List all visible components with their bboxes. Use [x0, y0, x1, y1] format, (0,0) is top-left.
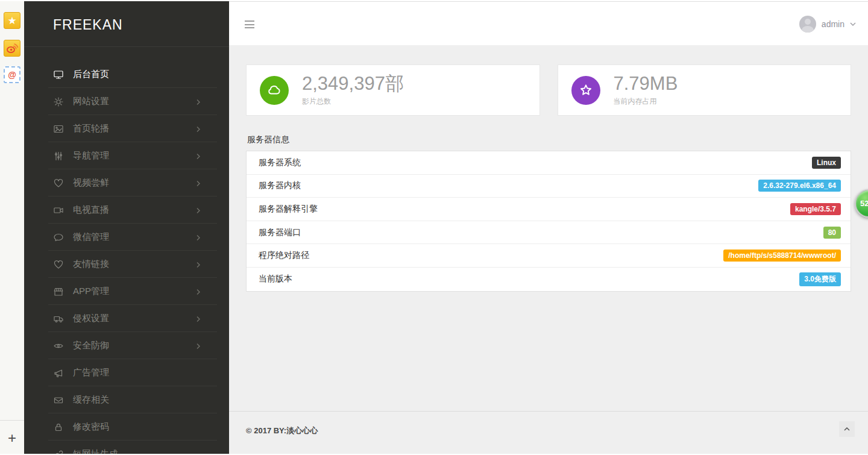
avatar — [799, 16, 816, 33]
chevron-up-icon — [844, 427, 850, 431]
scroll-to-top-button[interactable] — [839, 421, 855, 437]
sidebar-item-short-url[interactable]: 短网址生成 — [24, 441, 229, 455]
status-badge: 2.6.32-279.el6.x86_64 — [758, 180, 841, 192]
sidebar-item-home-carousel[interactable]: 首页轮播 — [24, 115, 229, 142]
copyright-text: © 2017 BY:淡心心心 — [246, 426, 318, 435]
sidebar-item-infringement-settings[interactable]: 侵权设置 — [24, 305, 229, 332]
chevron-right-icon — [197, 259, 200, 269]
heart-icon — [53, 259, 64, 270]
sidebar-item-wechat-management[interactable]: 微信管理 — [24, 224, 229, 251]
star-icon: ★ — [7, 16, 16, 26]
stat-value: 2,349,397部 — [302, 74, 404, 94]
lock-icon — [53, 422, 64, 433]
sidebar-item-friend-links[interactable]: 友情链接 — [24, 251, 229, 278]
top-header: admin — [229, 1, 868, 45]
sidebar-item-tv-live[interactable]: 电视直播 — [24, 196, 229, 224]
eye-icon — [53, 340, 64, 351]
server-row-version: 当前版本 3.0免费版 — [247, 268, 851, 291]
envelope-icon — [53, 395, 64, 406]
cloud-icon — [260, 76, 289, 105]
chevron-right-icon — [197, 286, 200, 297]
stat-label: 当前内存占用 — [614, 96, 678, 107]
server-row-engine: 服务器解释引擎 kangle/3.5.7 — [247, 198, 851, 221]
chevron-down-icon — [850, 22, 856, 26]
edge-toolbar-footer: + — [0, 420, 24, 455]
gear-icon — [53, 96, 64, 107]
server-row-port: 服务器端口 80 — [247, 221, 851, 245]
chevron-right-icon — [197, 232, 200, 242]
status-badge: 80 — [823, 227, 841, 239]
favorites-button[interactable]: ★ — [4, 12, 20, 29]
status-badge: 3.0免费版 — [799, 272, 841, 286]
chevron-right-icon — [197, 313, 200, 324]
user-menu[interactable]: admin — [799, 2, 856, 46]
stat-label: 影片总数 — [302, 96, 404, 107]
sidebar: FREEKAN 后台首页 网站设置 首页轮播 导航管理 视频尝鲜 — [24, 1, 229, 455]
dashboard-content: 2,349,397部 影片总数 7.79MB 当前内存占用 服务器信息 服务器系… — [229, 45, 868, 411]
add-icon[interactable]: + — [8, 431, 16, 445]
sidebar-toggle-button[interactable] — [245, 20, 254, 28]
app-logo: FREEKAN — [24, 1, 229, 47]
stat-card-memory: 7.79MB 当前内存占用 — [558, 64, 852, 116]
chevron-right-icon — [197, 340, 200, 351]
sidebar-item-change-password[interactable]: 修改密码 — [24, 413, 229, 441]
sidebar-item-video-preview[interactable]: 视频尝鲜 — [24, 169, 229, 196]
browser-edge-toolbar: ★ @ + — [0, 0, 24, 455]
server-info-title: 服务器信息 — [247, 134, 851, 145]
heart-icon — [53, 178, 64, 189]
chevron-right-icon — [197, 96, 200, 107]
status-badge: Linux — [812, 157, 841, 169]
store-icon — [53, 286, 64, 297]
server-row-kernel: 服务器内核 2.6.32-279.el6.x86_64 — [247, 175, 851, 198]
sidebar-item-ad-management[interactable]: 广告管理 — [24, 359, 229, 386]
video-camera-icon — [53, 205, 64, 216]
chevron-right-icon — [197, 205, 200, 215]
username-label: admin — [822, 19, 844, 29]
sidebar-menu: 后台首页 网站设置 首页轮播 导航管理 视频尝鲜 电视直播 — [24, 61, 229, 455]
server-row-os: 服务器系统 Linux — [247, 151, 851, 175]
sidebar-item-dashboard[interactable]: 后台首页 — [24, 61, 229, 88]
server-row-path: 程序绝对路径 /home/ftp/s/s5888714/wwwroot/ — [247, 244, 851, 268]
server-info-panel: 服务器系统 Linux 服务器内核 2.6.32-279.el6.x86_64 … — [246, 151, 851, 292]
stat-cards: 2,349,397部 影片总数 7.79MB 当前内存占用 — [246, 64, 851, 116]
chat-bubble-icon — [53, 232, 64, 243]
sidebar-item-security-defense[interactable]: 安全防御 — [24, 332, 229, 359]
footer: © 2017 BY:淡心心心 — [229, 411, 868, 455]
truck-icon — [53, 313, 64, 324]
main-area: admin 2,349,397部 影片总数 7. — [229, 0, 868, 455]
stat-card-movies: 2,349,397部 影片总数 — [246, 64, 540, 116]
chevron-right-icon — [197, 151, 200, 161]
megaphone-icon — [53, 368, 64, 378]
stat-value: 7.79MB — [614, 74, 678, 94]
status-badge: kangle/3.5.7 — [790, 203, 841, 215]
chevron-right-icon — [197, 124, 200, 134]
window-top-edge — [0, 0, 868, 1]
image-icon — [53, 124, 64, 134]
status-badge: /home/ftp/s/s5888714/wwwroot/ — [723, 249, 841, 262]
weibo-share-button[interactable] — [4, 40, 20, 57]
star-icon — [571, 76, 600, 105]
at-icon: @ — [8, 70, 16, 80]
sidebar-item-site-settings[interactable]: 网站设置 — [24, 88, 229, 115]
sidebar-item-nav-management[interactable]: 导航管理 — [24, 142, 229, 169]
chevron-right-icon — [197, 178, 200, 188]
sidebar-item-cache-related[interactable]: 缓存相关 — [24, 386, 229, 413]
monitor-icon — [53, 69, 64, 80]
mail-button[interactable]: @ — [4, 66, 20, 83]
sliders-icon — [53, 151, 64, 162]
sidebar-item-app-management[interactable]: APP管理 — [24, 278, 229, 305]
weibo-icon — [5, 42, 19, 55]
